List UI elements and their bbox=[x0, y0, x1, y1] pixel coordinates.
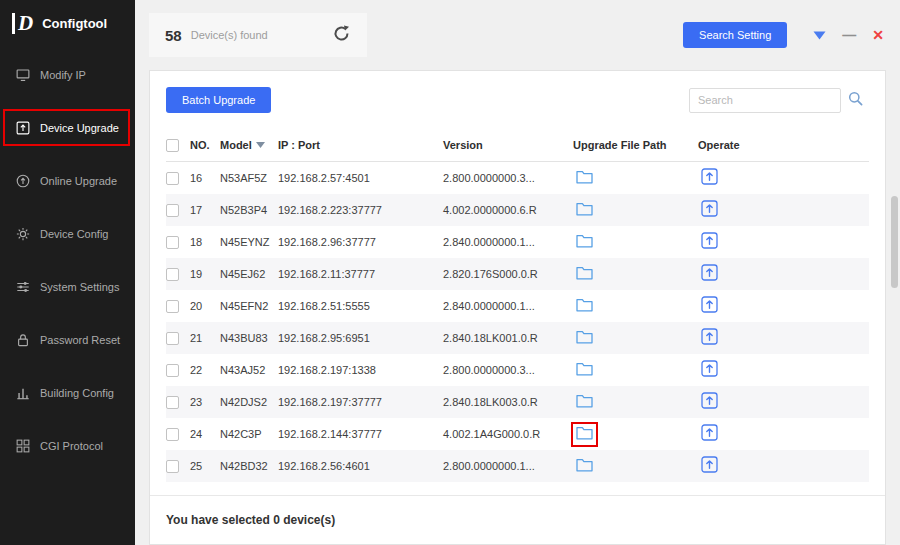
browse-file-button[interactable] bbox=[573, 456, 596, 477]
cell-version: 4.002.0000000.6.R bbox=[443, 204, 573, 216]
row-checkbox[interactable] bbox=[166, 268, 179, 281]
row-checkbox[interactable] bbox=[166, 204, 179, 217]
column-no: NO. bbox=[190, 139, 220, 151]
cell-version: 2.840.18LK001.0.R bbox=[443, 332, 573, 344]
table-row[interactable]: 22 N43AJ52 192.168.2.197:1338 2.800.0000… bbox=[166, 354, 869, 386]
row-checkbox[interactable] bbox=[166, 428, 179, 441]
sort-caret-icon[interactable] bbox=[256, 142, 265, 148]
table-row[interactable]: 19 N45EJ62 192.168.2.11:37777 2.820.176S… bbox=[166, 258, 869, 290]
table-row[interactable]: 16 N53AF5Z 192.168.2.57:4501 2.800.00000… bbox=[166, 162, 869, 194]
main-area: 58 Device(s) found Search Setting — ✕ bbox=[135, 0, 900, 545]
upgrade-button[interactable] bbox=[698, 198, 721, 222]
vertical-scrollbar-thumb[interactable] bbox=[891, 196, 898, 288]
sidebar-item-label: Building Config bbox=[40, 387, 114, 399]
search-setting-button[interactable]: Search Setting bbox=[683, 22, 787, 48]
column-model-label: Model bbox=[220, 139, 252, 151]
table-row[interactable]: 23 N42DJS2 192.168.2.197:37777 2.840.18L… bbox=[166, 386, 869, 418]
column-upgrade-file-path: Upgrade File Path bbox=[573, 139, 698, 151]
search-button[interactable] bbox=[841, 88, 869, 113]
browse-file-button[interactable] bbox=[573, 392, 596, 413]
sidebar-item-device-config[interactable]: Device Config bbox=[0, 207, 135, 260]
browse-file-button[interactable] bbox=[573, 328, 596, 349]
upgrade-button[interactable] bbox=[698, 262, 721, 286]
sidebar-item-cgi-protocol[interactable]: CGI Protocol bbox=[0, 419, 135, 472]
sidebar-item-password-reset[interactable]: Password Reset bbox=[0, 313, 135, 366]
cell-version: 2.840.0000000.1... bbox=[443, 236, 573, 248]
upgrade-button[interactable] bbox=[698, 326, 721, 350]
refresh-button[interactable] bbox=[332, 24, 351, 47]
upload-icon bbox=[701, 456, 718, 476]
sidebar-item-label: Password Reset bbox=[40, 334, 120, 346]
device-count-label: Device(s) found bbox=[191, 29, 268, 41]
cell-no: 23 bbox=[190, 396, 220, 408]
sidebar-item-online-upgrade[interactable]: Online Upgrade bbox=[0, 154, 135, 207]
cell-ip-port: 192.168.2.197:37777 bbox=[278, 396, 443, 408]
cell-no: 21 bbox=[190, 332, 220, 344]
cell-model: N45EJ62 bbox=[220, 268, 278, 280]
sidebar-item-building-config[interactable]: Building Config bbox=[0, 366, 135, 419]
sidebar-item-device-upgrade[interactable]: Device Upgrade bbox=[0, 101, 135, 154]
sidebar-item-modify-ip[interactable]: Modify IP bbox=[0, 48, 135, 101]
browse-file-button[interactable] bbox=[573, 296, 596, 317]
dropdown-caret-icon[interactable] bbox=[813, 31, 826, 40]
search-input[interactable] bbox=[689, 88, 841, 113]
sidebar-item-label: Device Config bbox=[40, 228, 108, 240]
table-row[interactable]: 17 N52B3P4 192.168.2.223:37777 4.002.000… bbox=[166, 194, 869, 226]
table-row[interactable]: 21 N43BU83 192.168.2.95:6951 2.840.18LK0… bbox=[166, 322, 869, 354]
row-checkbox[interactable] bbox=[166, 172, 179, 185]
table-row[interactable]: 24 N42C3P 192.168.2.144:37777 4.002.1A4G… bbox=[166, 418, 869, 450]
table-header: NO. Model IP : Port Version Upgrade File… bbox=[166, 129, 869, 162]
cell-model: N45EYNZ bbox=[220, 236, 278, 248]
upgrade-button[interactable] bbox=[698, 230, 721, 254]
cell-ip-port: 192.168.2.197:1338 bbox=[278, 364, 443, 376]
upload-icon bbox=[701, 232, 718, 252]
folder-icon bbox=[576, 170, 593, 187]
browse-file-button[interactable] bbox=[573, 200, 596, 221]
row-checkbox[interactable] bbox=[166, 396, 179, 409]
cell-model: N42DJS2 bbox=[220, 396, 278, 408]
building-config-icon bbox=[16, 386, 30, 400]
row-checkbox[interactable] bbox=[166, 332, 179, 345]
sidebar: D Configtool Modify IP Device Upgrade On… bbox=[0, 0, 135, 545]
table-row[interactable]: 18 N45EYNZ 192.168.2.96:37777 2.840.0000… bbox=[166, 226, 869, 258]
selection-summary: You have selected 0 device(s) bbox=[150, 495, 885, 544]
browse-file-button[interactable] bbox=[573, 360, 596, 381]
cell-no: 24 bbox=[190, 428, 220, 440]
cell-no: 20 bbox=[190, 300, 220, 312]
cell-model: N52B3P4 bbox=[220, 204, 278, 216]
row-checkbox[interactable] bbox=[166, 300, 179, 313]
table-row[interactable]: 25 N42BD32 192.168.2.56:4601 2.800.00000… bbox=[166, 450, 869, 482]
cell-version: 4.002.1A4G000.0.R bbox=[443, 428, 573, 440]
minimize-button[interactable]: — bbox=[842, 28, 856, 42]
cell-ip-port: 192.168.2.96:37777 bbox=[278, 236, 443, 248]
device-count: 58 bbox=[165, 27, 182, 44]
browse-file-button[interactable] bbox=[573, 168, 596, 189]
cell-version: 2.800.0000000.1... bbox=[443, 460, 573, 472]
row-checkbox[interactable] bbox=[166, 460, 179, 473]
batch-upgrade-button[interactable]: Batch Upgrade bbox=[166, 87, 271, 113]
column-ip-port: IP : Port bbox=[278, 139, 443, 151]
browse-file-button[interactable] bbox=[573, 232, 596, 253]
browse-file-button[interactable] bbox=[573, 264, 596, 285]
cell-ip-port: 192.168.2.144:37777 bbox=[278, 428, 443, 440]
select-all-checkbox[interactable] bbox=[166, 139, 179, 152]
close-button[interactable]: ✕ bbox=[872, 28, 884, 42]
row-checkbox[interactable] bbox=[166, 364, 179, 377]
cell-model: N45EFN2 bbox=[220, 300, 278, 312]
sidebar-item-system-settings[interactable]: System Settings bbox=[0, 260, 135, 313]
table-row[interactable]: 20 N45EFN2 192.168.2.51:5555 2.840.00000… bbox=[166, 290, 869, 322]
upgrade-button[interactable] bbox=[698, 390, 721, 414]
upgrade-button[interactable] bbox=[698, 454, 721, 478]
cell-no: 16 bbox=[190, 172, 220, 184]
upgrade-button[interactable] bbox=[698, 294, 721, 318]
folder-icon bbox=[576, 362, 593, 379]
upgrade-button[interactable] bbox=[698, 358, 721, 382]
browse-file-button[interactable] bbox=[573, 424, 596, 445]
upload-icon bbox=[701, 360, 718, 380]
cell-no: 19 bbox=[190, 268, 220, 280]
upgrade-button[interactable] bbox=[698, 422, 721, 446]
upload-icon bbox=[701, 200, 718, 220]
row-checkbox[interactable] bbox=[166, 236, 179, 249]
cell-version: 2.820.176S000.0.R bbox=[443, 268, 573, 280]
upgrade-button[interactable] bbox=[698, 166, 721, 190]
